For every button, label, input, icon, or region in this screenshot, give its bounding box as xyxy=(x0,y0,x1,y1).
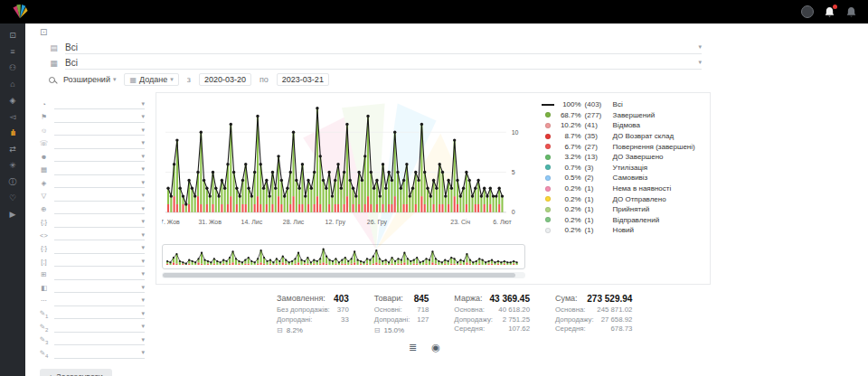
custom-field-1-select[interactable]: ▾ xyxy=(54,308,145,319)
delivery-filter-select[interactable]: ▾ xyxy=(54,282,145,293)
scrollbar-thumb[interactable] xyxy=(163,273,515,277)
chevron-down-icon: ▾ xyxy=(698,43,702,51)
payment-filter-select[interactable]: ▾ xyxy=(54,296,145,306)
product-filter-select[interactable]: ▾ xyxy=(54,164,145,175)
svg-text:28. Лис: 28. Лис xyxy=(283,219,305,225)
custom-field-rows: ✎1▾✎2▾✎3▾✎4▾ xyxy=(38,307,145,360)
legend-item[interactable]: 0.5%(2)Самовивіз xyxy=(541,173,704,183)
main-chart[interactable]: 051017. Жов31. Жов14. Лис28. Лис12. Гру2… xyxy=(162,97,541,240)
utm-content-filter-select[interactable]: ▾ xyxy=(54,269,145,280)
utm-medium-filter-select[interactable]: ▾ xyxy=(54,230,145,240)
legend-item[interactable]: 0.2%(1)Відправлений xyxy=(541,215,704,226)
dot-swatch-icon xyxy=(541,228,555,233)
stats-row-label: Допродажу: xyxy=(555,315,594,325)
legend-item[interactable]: 8.7%(35)ДО Возврат склад xyxy=(541,131,704,142)
tag-filter-select[interactable]: ▾ xyxy=(54,177,145,188)
source-filter-row: ◔▾ xyxy=(38,98,145,111)
legend-item[interactable]: 0.2%(1)ДО Отправлено xyxy=(541,193,704,204)
stats-title-label: Сума: xyxy=(555,294,578,304)
brush-chart[interactable] xyxy=(163,245,524,268)
custom-field-4-select[interactable]: ▾ xyxy=(54,348,145,359)
info-icon[interactable]: ⓘ xyxy=(5,176,21,188)
video-icon[interactable]: ▶ xyxy=(5,209,21,221)
legend-item[interactable]: 0.2%(1)Нема в наявності xyxy=(541,183,704,194)
topbar xyxy=(0,0,868,24)
app-logo[interactable] xyxy=(11,4,29,20)
sphere-icon[interactable]: ◉ xyxy=(431,342,440,353)
buyer-filter-select[interactable]: ▾ xyxy=(54,125,145,136)
legend-item[interactable]: 68.7%(277)Завершений xyxy=(541,110,704,121)
legend-item[interactable]: 0.2%(1)Прийнятий xyxy=(541,204,704,215)
utm-source-filter-select[interactable]: ▾ xyxy=(54,217,145,228)
stats-row-label: Допродані: xyxy=(374,315,410,325)
legend-item[interactable]: 10.2%(41)Відмова xyxy=(541,120,704,131)
legend-label: ДО Завершено xyxy=(613,153,664,161)
broadcast-icon[interactable]: ◅ xyxy=(5,111,21,123)
legend-item[interactable]: 3.2%(13)ДО Завершено xyxy=(541,152,704,163)
body-flex: ◔▾⚑▾☺▾☏▾☻▾▦▾◈▾▽▾⊕▾{;}▾<>▾{:}▾[;]▾⊞▾◧▾⋯▾ … xyxy=(25,92,868,376)
utm-campaign-filter-select[interactable]: ▾ xyxy=(54,243,145,254)
custom-field-3-select[interactable]: ▾ xyxy=(54,334,145,345)
notifications-bell-icon[interactable] xyxy=(824,6,835,18)
swatch-shape xyxy=(545,175,551,181)
pencil-icon: ✎1 xyxy=(38,309,50,319)
dot-swatch-icon xyxy=(541,155,555,160)
manager-filter-select[interactable]: ▾ xyxy=(54,151,145,162)
legend-label: Всі xyxy=(613,100,623,108)
brush-scrollbar[interactable] xyxy=(162,272,525,278)
shop-icon[interactable]: ⌂ xyxy=(5,79,21,90)
custom-field-4-row: ✎4▾ xyxy=(38,347,145,361)
line-swatch-icon xyxy=(541,104,555,106)
date-to-input[interactable]: 2023-03-21 xyxy=(277,73,329,86)
phone-filter-select[interactable]: ▾ xyxy=(54,138,145,149)
chevron-down-icon: ▾ xyxy=(141,336,145,343)
stats-title-label: Маржа: xyxy=(454,294,482,304)
utm-term-filter-select[interactable]: ▾ xyxy=(54,256,145,267)
funnel-filter-select[interactable]: ▾ xyxy=(54,191,145,202)
date-field-select[interactable]: ▦ Додане ▾ xyxy=(124,73,178,86)
legend-label: ДО Отправлено xyxy=(613,195,666,203)
custom-field-number: 2 xyxy=(45,326,48,332)
customers-icon[interactable]: ⚇ xyxy=(5,62,21,74)
source-filter-select[interactable]: ▾ xyxy=(54,99,145,109)
monitor-icon[interactable]: ⊡ xyxy=(5,30,21,42)
website-filter-select[interactable]: ▾ xyxy=(54,203,145,214)
upsell-badge: ⊟15.0% xyxy=(374,326,429,334)
dot-swatch-icon xyxy=(541,144,555,149)
date-field-value: Додане xyxy=(139,75,167,84)
box-icon: ▦ xyxy=(38,165,50,174)
stats-column: Товари:845Основні:718Допродані:127⊟15.0% xyxy=(374,294,429,334)
custom-field-2-select[interactable]: ▾ xyxy=(54,322,145,333)
profile-icon[interactable] xyxy=(801,5,814,18)
search-mode-select[interactable]: Розширений ▾ xyxy=(63,75,116,84)
chevron-down-icon: ▾ xyxy=(141,270,145,277)
legend-item[interactable]: 6.7%(27)Повернення (завершені) xyxy=(541,141,704,152)
svg-text:23. Січ: 23. Січ xyxy=(450,219,470,225)
tags-icon[interactable]: ◈ xyxy=(5,95,21,107)
chevron-down-icon: ▾ xyxy=(141,139,145,146)
search-icon[interactable] xyxy=(49,77,55,83)
chevron-down-icon: ▾ xyxy=(141,205,145,212)
groups-select[interactable]: Всі ▾ xyxy=(65,56,702,70)
settings-icon[interactable]: ✳ xyxy=(5,160,21,172)
screen-icon[interactable]: ⊡ xyxy=(40,27,47,37)
legend-item[interactable]: 100%(403)Всі xyxy=(541,99,704,110)
dot-swatch-icon xyxy=(541,196,555,202)
notifications-muted-bell-icon[interactable] xyxy=(845,6,857,18)
swatch-shape xyxy=(545,196,551,202)
statuses-select[interactable]: Всі ▾ xyxy=(65,41,702,54)
analytics-icon[interactable]: ılı xyxy=(5,127,21,139)
orders-icon[interactable]: ≡ xyxy=(5,46,21,58)
globe-icon: ⊕ xyxy=(38,205,50,213)
svg-text:6. Лют: 6. Лют xyxy=(493,219,512,225)
legend-item[interactable]: 0.2%(1)Новий xyxy=(541,225,704,236)
feedback-icon[interactable]: ♡ xyxy=(5,193,21,204)
pipelines-icon[interactable]: ⇄ xyxy=(5,144,21,155)
legend-item[interactable]: 0.7%(3)Утилізація xyxy=(541,163,704,174)
status-filter-select[interactable]: ▾ xyxy=(54,112,145,123)
apply-button[interactable]: ılı Застосувати xyxy=(40,369,112,376)
legend-percent: 0.2% xyxy=(559,205,581,213)
list-view-icon[interactable]: ≣ xyxy=(409,342,417,353)
swatch-shape xyxy=(545,112,551,118)
date-from-input[interactable]: 2020-03-20 xyxy=(199,73,251,86)
